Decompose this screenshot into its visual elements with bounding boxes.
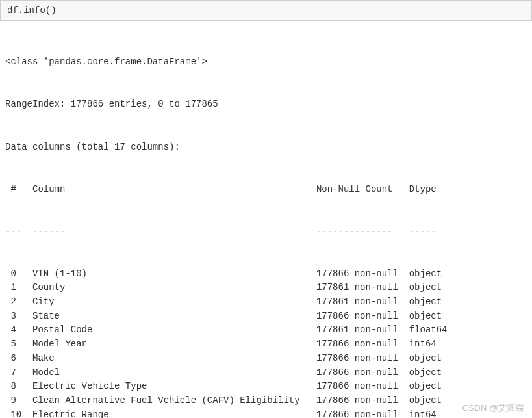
div-nn: --------------: [316, 226, 409, 237]
output-table-rows: 0 VIN (1-10) 177866 non-null object 1 Co…: [5, 267, 527, 418]
table-row: 6 Make 177866 non-null object: [5, 352, 527, 366]
output-cell: <class 'pandas.core.frame.DataFrame'> Ra…: [0, 21, 532, 418]
table-row: 4 Postal Code 177861 non-null float64: [5, 323, 527, 337]
table-row: 0 VIN (1-10) 177866 non-null object: [5, 267, 527, 281]
table-row: 1 County 177861 non-null object: [5, 281, 527, 295]
table-row: 3 State 177866 non-null object: [5, 309, 527, 324]
output-divider-row: --- ------ -------------- -----: [5, 225, 527, 239]
table-row: 7 Model 177866 non-null object: [5, 366, 527, 380]
div-col: ------: [32, 226, 316, 237]
code-input-cell[interactable]: df.info(): [0, 0, 532, 21]
output-class-line: <class 'pandas.core.frame.DataFrame'>: [5, 55, 527, 70]
output-rangeindex-line: RangeIndex: 177866 entries, 0 to 177865: [5, 98, 527, 112]
code-method: info: [23, 5, 45, 16]
output-header-row: # Column Non-Null Count Dtype: [5, 183, 527, 197]
code-dot: .: [18, 5, 23, 16]
code-object: df: [7, 5, 18, 16]
hdr-col: Column: [32, 184, 316, 194]
table-row: 9 Clean Alternative Fuel Vehicle (CAFV) …: [5, 394, 527, 408]
table-row: 5 Model Year 177866 non-null int64: [5, 337, 527, 352]
code-paren-close: ): [51, 5, 56, 16]
table-row: 10 Electric Range 177866 non-null int64: [5, 408, 527, 418]
div-idx: ---: [5, 226, 32, 237]
hdr-dtype: Dtype: [409, 184, 437, 194]
table-row: 8 Electric Vehicle Type 177866 non-null …: [5, 380, 527, 394]
hdr-nn: Non-Null Count: [316, 184, 409, 194]
div-dtype: -----: [409, 226, 437, 237]
hdr-idx: #: [5, 184, 32, 194]
code-paren-open: (: [45, 5, 51, 16]
output-datacolumns-line: Data columns (total 17 columns):: [5, 140, 527, 155]
table-row: 2 City 177861 non-null object: [5, 295, 527, 309]
